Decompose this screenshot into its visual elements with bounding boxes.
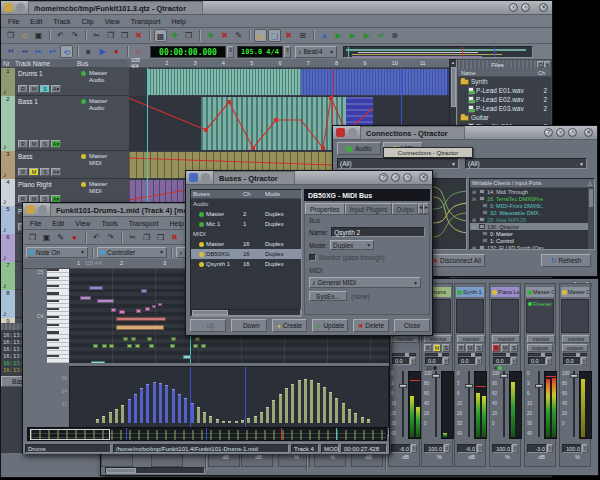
client-port-item[interactable]: ⊞132: FLUID Synth (Qsy... xyxy=(470,244,594,250)
bus-row[interactable]: DB50XG16Duplex xyxy=(191,249,301,259)
buses-minimize-button[interactable]: ˅ xyxy=(391,173,400,182)
track-r-button[interactable]: R xyxy=(18,168,28,176)
velocity-bar[interactable] xyxy=(247,418,250,423)
outputs-button[interactable]: outputs xyxy=(562,344,588,352)
client-port-item[interactable]: ⊞28: Akai MPK25 xyxy=(470,216,594,223)
edit-mode-icon[interactable]: ✎ xyxy=(54,231,67,244)
tab-output[interactable]: Outpu xyxy=(392,203,418,214)
pan-slider-thumb[interactable] xyxy=(438,353,442,357)
midi-note[interactable] xyxy=(141,289,147,293)
marker2-icon[interactable]: ▶ xyxy=(346,29,359,42)
strip-name[interactable]: Piano Left xyxy=(491,287,519,297)
gain-spin[interactable]: ⇕ xyxy=(582,444,588,453)
velocity-bar[interactable] xyxy=(348,409,351,423)
velocity-bar[interactable] xyxy=(102,416,105,423)
buses-help-button[interactable]: ? xyxy=(379,173,388,182)
menu-view[interactable]: View xyxy=(105,18,120,25)
track-s-button[interactable]: S xyxy=(40,168,50,176)
time-spin[interactable]: ⇕ xyxy=(227,46,234,58)
connections-titlebar[interactable]: Connections - Qtractor ? ˅ ˄ ✕ xyxy=(333,126,597,140)
velocity-bar[interactable] xyxy=(235,421,238,423)
midi-note[interactable] xyxy=(183,355,191,359)
record-icon[interactable]: ● xyxy=(68,231,81,244)
pan-value[interactable]: 0.0 xyxy=(425,357,443,365)
track-s-button[interactable]: S xyxy=(40,140,50,148)
gain-spin[interactable]: ⇕ xyxy=(547,444,553,453)
track-a-button[interactable]: A▾ xyxy=(51,168,61,176)
marker3-icon[interactable]: ▶ xyxy=(360,29,373,42)
midi-note[interactable] xyxy=(116,325,164,330)
forward-end-icon[interactable]: ▸⏴ xyxy=(46,45,59,58)
tab-scroll-right[interactable]: ▸ xyxy=(423,203,429,214)
file-track-icon[interactable]: ▣ xyxy=(40,231,53,244)
pan-slider-thumb[interactable] xyxy=(576,353,580,357)
velocity-bar[interactable] xyxy=(291,384,294,423)
menu-edit[interactable]: Edit xyxy=(52,220,64,227)
pan-spin[interactable]: ⇕ xyxy=(476,357,482,365)
velocity-bar[interactable] xyxy=(140,388,143,423)
fader-knob[interactable] xyxy=(465,384,473,388)
expand-icon[interactable]: ⊞ xyxy=(472,245,477,251)
pan-slider-thumb[interactable] xyxy=(405,353,409,357)
menu-tools[interactable]: Tools xyxy=(101,220,117,227)
record-icon[interactable]: ● xyxy=(110,45,123,58)
velocity-bar[interactable] xyxy=(266,407,269,423)
file-item[interactable]: P-Lead E02.wav2 xyxy=(458,95,551,104)
bus-row[interactable]: MIDI xyxy=(191,229,301,239)
tree-vscrollbar[interactable] xyxy=(588,188,594,250)
velocity-bar[interactable] xyxy=(298,380,301,423)
marker1-icon[interactable]: ▶ xyxy=(332,29,345,42)
velocity-bar[interactable] xyxy=(329,392,332,423)
mixer-panel-icon[interactable]: ❑ xyxy=(268,29,281,42)
gain-value[interactable]: 100.0 % xyxy=(424,444,444,453)
pan-spin[interactable]: ⇕ xyxy=(443,357,449,365)
metro-icon[interactable]: ▲ xyxy=(318,29,331,42)
track-r-button[interactable]: R xyxy=(18,85,28,93)
gain-value[interactable]: -6.0 dB xyxy=(391,444,411,453)
help-button[interactable]: ? xyxy=(544,128,553,137)
fader-knob[interactable] xyxy=(570,374,578,378)
menu-clip[interactable]: Clip xyxy=(82,18,94,25)
maximize-button[interactable]: ˄ xyxy=(568,128,577,137)
client-port-item[interactable]: 0: MIDI-Front DMX6t.. xyxy=(470,202,594,209)
pan-spin[interactable]: ⇕ xyxy=(546,357,552,365)
strip-m-button[interactable]: M xyxy=(433,344,441,352)
expand-icon[interactable]: ⊟ xyxy=(472,224,477,230)
disconnect-all-button[interactable]: ✖Disconnect All xyxy=(429,254,485,267)
buses-maximize-button[interactable]: ˄ xyxy=(403,173,412,182)
mode-combo[interactable]: Duplex▼ xyxy=(330,240,374,250)
editor-thumbnail[interactable] xyxy=(27,427,387,441)
bus-row[interactable]: Master2Duplex xyxy=(191,209,301,219)
up-button[interactable]: ↑Up xyxy=(190,319,226,332)
minimize-button[interactable]: ˅ xyxy=(556,128,565,137)
pan-slider[interactable] xyxy=(493,353,517,356)
velocity-bar[interactable] xyxy=(153,382,156,423)
bus-row[interactable]: Qsynth 116Duplex xyxy=(191,259,301,269)
maximize-button[interactable]: ˄ xyxy=(521,3,530,12)
fader-knob[interactable] xyxy=(500,374,508,378)
fader-knob[interactable] xyxy=(399,384,407,388)
mixer-hscrollbar[interactable] xyxy=(105,467,205,474)
sysex-button[interactable]: SysEx... xyxy=(309,291,347,301)
velocity-bar[interactable] xyxy=(178,394,181,423)
create-button[interactable]: ●Create xyxy=(272,319,308,332)
velocity-bar[interactable] xyxy=(165,385,168,423)
midi-note[interactable] xyxy=(119,310,125,314)
edit-clip-icon[interactable]: ✎ xyxy=(232,29,245,42)
midi-note[interactable] xyxy=(171,337,176,341)
undo-icon[interactable]: ↶ xyxy=(54,29,67,42)
view-type-combo[interactable]: Note On▼ xyxy=(26,247,88,258)
track-a-button[interactable]: A▾ xyxy=(51,140,61,148)
buses-list[interactable]: Buses Ch Mode AudioMaster2DuplexMic 11Du… xyxy=(190,189,302,317)
client-port-item[interactable]: 1: Control xyxy=(470,237,594,244)
midi-note[interactable] xyxy=(158,303,162,306)
timeline-ruler[interactable]: 105 4/4 23456789101112 xyxy=(129,59,449,68)
client-port-item[interactable]: ⊟130: Qtractor xyxy=(470,223,594,230)
client-port-item[interactable]: 32: Wavetable DMX.. xyxy=(470,209,594,216)
midi-note[interactable] xyxy=(136,309,141,313)
menu-transport[interactable]: Transport xyxy=(131,18,161,25)
strip-name[interactable]: Synth 1 xyxy=(456,287,484,297)
velocity-bar[interactable] xyxy=(184,398,187,423)
tab-input-plugins[interactable]: Input Plugins xyxy=(345,203,393,214)
file-item[interactable]: Synth xyxy=(458,77,551,86)
